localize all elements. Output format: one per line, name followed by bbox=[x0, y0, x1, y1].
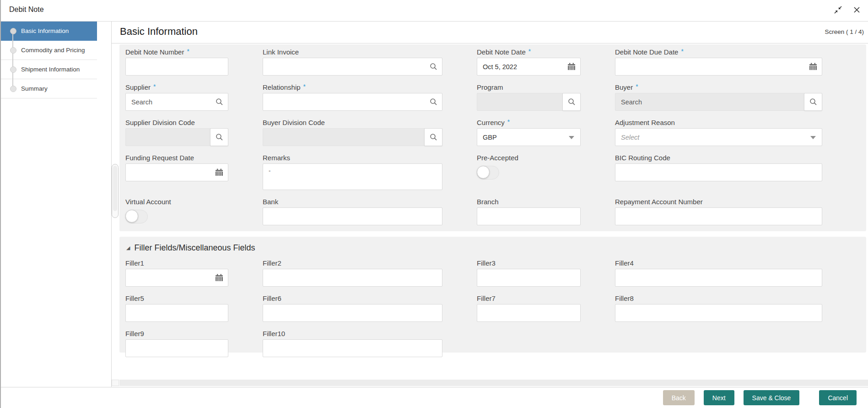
field-label: Currency bbox=[477, 119, 505, 126]
required-marker: * bbox=[507, 119, 510, 125]
footer-action-bar: Back Next Save & Close Cancel bbox=[1, 387, 868, 408]
scrollbar-corner bbox=[112, 380, 119, 386]
relationship-search-input[interactable] bbox=[263, 93, 442, 111]
filler1-input[interactable] bbox=[125, 269, 228, 287]
filler2-input[interactable] bbox=[263, 269, 442, 287]
field-label: Program bbox=[477, 83, 503, 91]
calendar-icon[interactable] bbox=[215, 169, 223, 177]
calendar-icon[interactable] bbox=[809, 63, 817, 71]
sidebar-item-shipment-information[interactable]: Shipment Information bbox=[1, 60, 97, 79]
required-marker: * bbox=[187, 48, 189, 54]
currency-select[interactable]: GBP bbox=[477, 128, 581, 146]
field-label: Filler4 bbox=[615, 259, 634, 267]
field-buyer: Buyer* Search bbox=[615, 83, 822, 111]
vertical-scrollbar[interactable] bbox=[112, 164, 119, 218]
field-remarks: Remarks - bbox=[263, 154, 442, 190]
save-close-button[interactable]: Save & Close bbox=[744, 390, 800, 405]
page-title: Basic Information bbox=[120, 26, 198, 38]
filler7-input[interactable] bbox=[477, 304, 581, 322]
filler9-input[interactable] bbox=[125, 339, 228, 357]
field-bank: Bank bbox=[263, 198, 442, 225]
sidebar-item-commodity-and-pricing[interactable]: Commodity and Pricing bbox=[1, 41, 97, 60]
adjustment-reason-select[interactable]: Select bbox=[615, 128, 822, 146]
sidebar-item-label: Shipment Information bbox=[21, 66, 80, 73]
virtual-account-toggle[interactable] bbox=[125, 210, 148, 223]
basic-information-panel: Debit Note Number* Link Invoice Debit No… bbox=[119, 44, 866, 231]
search-button[interactable] bbox=[210, 128, 228, 146]
search-icon[interactable] bbox=[429, 63, 437, 71]
vertical-scrollbar-thumb[interactable] bbox=[113, 166, 117, 211]
filler8-input[interactable] bbox=[615, 304, 822, 322]
filler5-input[interactable] bbox=[125, 304, 228, 322]
remarks-textarea[interactable]: - bbox=[263, 163, 442, 190]
search-icon[interactable] bbox=[429, 98, 437, 106]
window-titlebar: Debit Note bbox=[1, 0, 868, 22]
supplier-search-input[interactable]: Search bbox=[125, 93, 228, 111]
field-label: Branch bbox=[477, 198, 499, 206]
required-marker: * bbox=[528, 48, 531, 54]
calendar-icon[interactable] bbox=[567, 63, 576, 71]
debit-note-due-date-input[interactable] bbox=[615, 58, 822, 76]
buyer-division-code-input[interactable] bbox=[263, 128, 442, 146]
sidebar-item-summary[interactable]: Summary bbox=[1, 79, 97, 98]
field-supplier-division-code: Supplier Division Code bbox=[125, 119, 228, 146]
required-marker: * bbox=[636, 83, 638, 90]
field-label: Link Invoice bbox=[263, 48, 299, 56]
filler4-input[interactable] bbox=[615, 269, 822, 287]
search-button[interactable] bbox=[562, 93, 581, 111]
step-bullet bbox=[10, 28, 16, 34]
sidebar-item-label: Summary bbox=[21, 85, 48, 92]
search-button[interactable] bbox=[804, 93, 822, 111]
field-filler4: Filler4 bbox=[615, 259, 822, 287]
field-relationship: Relationship* bbox=[263, 83, 442, 111]
field-adjustment-reason: Adjustment Reason Select bbox=[615, 119, 822, 146]
horizontal-scrollbar[interactable] bbox=[119, 380, 868, 386]
field-filler9: Filler9 bbox=[125, 330, 228, 357]
field-debit-note-date: Debit Note Date* Oct 5, 2022 bbox=[477, 48, 581, 76]
search-icon[interactable] bbox=[215, 98, 223, 106]
debit-note-date-input[interactable]: Oct 5, 2022 bbox=[477, 58, 581, 76]
sidebar-item-basic-information[interactable]: Basic Information bbox=[1, 22, 97, 41]
window-title: Debit Note bbox=[9, 5, 44, 14]
sidebar-item-label: Commodity and Pricing bbox=[21, 47, 85, 54]
pre-accepted-toggle[interactable] bbox=[477, 166, 499, 180]
repayment-account-number-input[interactable] bbox=[615, 207, 822, 225]
close-icon[interactable] bbox=[853, 6, 861, 14]
field-label: Debit Note Due Date bbox=[615, 48, 678, 56]
back-button[interactable]: Back bbox=[663, 390, 695, 405]
field-repayment-account-number: Repayment Account Number bbox=[615, 198, 822, 225]
selected-value: GBP bbox=[483, 134, 497, 141]
filler10-input[interactable] bbox=[263, 339, 442, 357]
bic-routing-code-input[interactable] bbox=[615, 163, 822, 181]
filler6-input[interactable] bbox=[263, 304, 442, 322]
placeholder-text: Search bbox=[131, 98, 152, 106]
debit-note-number-input[interactable] bbox=[125, 58, 228, 76]
link-invoice-input[interactable] bbox=[263, 58, 442, 76]
field-label: Remarks bbox=[263, 154, 290, 162]
field-currency: Currency* GBP bbox=[477, 119, 581, 146]
section-collapse-icon[interactable]: ◢ bbox=[126, 245, 130, 250]
program-search-input[interactable] bbox=[477, 93, 581, 111]
field-label: Relationship bbox=[263, 83, 301, 91]
bank-input[interactable] bbox=[263, 207, 442, 225]
screen-counter: Screen ( 1 / 4) bbox=[825, 28, 864, 35]
calendar-icon[interactable] bbox=[215, 274, 223, 282]
field-label: BIC Routing Code bbox=[615, 154, 670, 162]
collapse-icon[interactable] bbox=[834, 6, 842, 14]
field-supplier: Supplier* Search bbox=[125, 83, 228, 111]
field-label: Funding Request Date bbox=[125, 154, 194, 162]
field-pre-accepted: Pre-Accepted bbox=[477, 154, 581, 181]
buyer-search-input[interactable]: Search bbox=[615, 93, 822, 111]
field-label: Filler2 bbox=[263, 259, 281, 267]
supplier-division-code-input[interactable] bbox=[125, 128, 228, 146]
placeholder-text: Search bbox=[621, 98, 642, 106]
filler3-input[interactable] bbox=[477, 269, 581, 287]
required-marker: * bbox=[681, 48, 683, 54]
wizard-connector-line bbox=[12, 31, 13, 89]
funding-request-date-input[interactable] bbox=[125, 163, 228, 181]
branch-input[interactable] bbox=[477, 207, 581, 225]
field-label: Pre-Accepted bbox=[477, 154, 518, 162]
next-button[interactable]: Next bbox=[704, 390, 734, 405]
search-button[interactable] bbox=[424, 128, 442, 146]
cancel-button[interactable]: Cancel bbox=[819, 390, 857, 405]
